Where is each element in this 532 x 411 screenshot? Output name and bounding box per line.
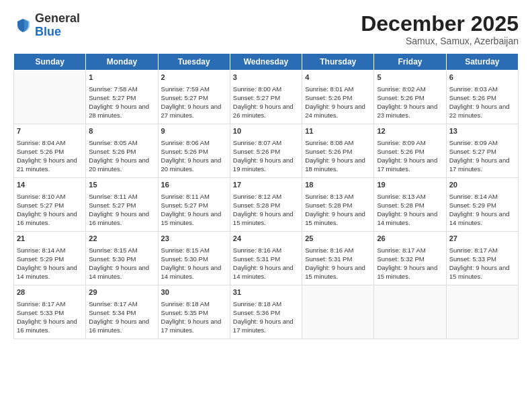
sunset-text: Sunset: 5:27 PM: [161, 93, 227, 102]
calendar-cell: 8Sunrise: 8:05 AMSunset: 5:26 PMDaylight…: [86, 124, 158, 178]
sunrise-text: Sunrise: 8:09 AM: [377, 138, 443, 147]
day-number: 23: [161, 234, 227, 244]
sunrise-text: Sunrise: 8:11 AM: [89, 192, 154, 201]
daylight-text: Daylight: 9 hours and 14 minutes.: [449, 210, 515, 228]
sunset-text: Sunset: 5:28 PM: [233, 201, 299, 210]
sunset-text: Sunset: 5:29 PM: [449, 201, 515, 210]
logo-icon: [13, 16, 32, 35]
calendar-cell: 27Sunrise: 8:17 AMSunset: 5:33 PMDayligh…: [446, 232, 518, 285]
header: General Blue December 2025 Samux, Samux,…: [13, 12, 519, 46]
sunset-text: Sunset: 5:26 PM: [233, 147, 299, 156]
sunrise-text: Sunrise: 8:18 AM: [233, 300, 299, 308]
day-number: 17: [233, 180, 299, 190]
sunrise-text: Sunrise: 8:16 AM: [233, 246, 299, 255]
sunrise-text: Sunrise: 8:04 AM: [17, 138, 83, 147]
calendar-cell: 11Sunrise: 8:08 AMSunset: 5:26 PMDayligh…: [302, 124, 374, 178]
daylight-text: Daylight: 9 hours and 16 minutes.: [89, 317, 154, 335]
sunrise-text: Sunrise: 7:59 AM: [161, 85, 227, 93]
daylight-text: Daylight: 9 hours and 26 minutes.: [233, 102, 299, 120]
daylight-text: Daylight: 9 hours and 18 minutes.: [305, 156, 371, 174]
day-number: 1: [89, 73, 154, 83]
sunset-text: Sunset: 5:27 PM: [89, 93, 154, 102]
calendar-week-1: 7Sunrise: 8:04 AMSunset: 5:26 PMDaylight…: [14, 124, 519, 178]
header-saturday: Saturday: [446, 54, 518, 71]
sunrise-text: Sunrise: 8:00 AM: [233, 85, 299, 93]
day-number: 31: [233, 287, 299, 298]
sunset-text: Sunset: 5:26 PM: [377, 147, 443, 156]
sunrise-text: Sunrise: 8:08 AM: [305, 138, 371, 147]
sunset-text: Sunset: 5:26 PM: [305, 93, 371, 102]
sunrise-text: Sunrise: 8:12 AM: [233, 192, 299, 201]
calendar-cell: 10Sunrise: 8:07 AMSunset: 5:26 PMDayligh…: [230, 124, 302, 178]
sunrise-text: Sunrise: 8:06 AM: [161, 138, 227, 147]
day-number: 28: [17, 287, 83, 298]
calendar-cell: 29Sunrise: 8:17 AMSunset: 5:34 PMDayligh…: [86, 285, 158, 339]
sunrise-text: Sunrise: 8:10 AM: [17, 192, 83, 201]
sunset-text: Sunset: 5:29 PM: [17, 255, 83, 263]
daylight-text: Daylight: 9 hours and 14 minutes.: [161, 263, 227, 281]
day-number: 20: [449, 180, 515, 190]
calendar-cell: 24Sunrise: 8:16 AMSunset: 5:31 PMDayligh…: [230, 232, 302, 285]
calendar-week-4: 28Sunrise: 8:17 AMSunset: 5:33 PMDayligh…: [14, 285, 519, 339]
sunrise-text: Sunrise: 8:17 AM: [89, 300, 154, 308]
calendar-week-0: 1Sunrise: 7:58 AMSunset: 5:27 PMDaylight…: [14, 71, 519, 124]
daylight-text: Daylight: 9 hours and 24 minutes.: [305, 102, 371, 120]
sunset-text: Sunset: 5:26 PM: [377, 93, 443, 102]
daylight-text: Daylight: 9 hours and 14 minutes.: [377, 210, 443, 228]
calendar-cell: 30Sunrise: 8:18 AMSunset: 5:35 PMDayligh…: [158, 285, 230, 339]
sunrise-text: Sunrise: 8:18 AM: [161, 300, 227, 308]
daylight-text: Daylight: 9 hours and 17 minutes.: [449, 156, 515, 174]
daylight-text: Daylight: 9 hours and 15 minutes.: [233, 210, 299, 228]
calendar-cell: [374, 285, 446, 339]
header-friday: Friday: [374, 54, 446, 71]
sunrise-text: Sunrise: 7:58 AM: [89, 85, 154, 93]
sunset-text: Sunset: 5:30 PM: [89, 255, 154, 263]
daylight-text: Daylight: 9 hours and 23 minutes.: [377, 102, 443, 120]
day-number: 14: [17, 180, 83, 190]
sunset-text: Sunset: 5:27 PM: [17, 201, 83, 210]
daylight-text: Daylight: 9 hours and 14 minutes.: [233, 263, 299, 281]
daylight-text: Daylight: 9 hours and 20 minutes.: [161, 156, 227, 174]
sunset-text: Sunset: 5:30 PM: [161, 255, 227, 263]
sunset-text: Sunset: 5:26 PM: [305, 147, 371, 156]
calendar-cell: [14, 71, 86, 124]
daylight-text: Daylight: 9 hours and 15 minutes.: [305, 210, 371, 228]
day-number: 11: [305, 126, 371, 136]
calendar-page: General Blue December 2025 Samux, Samux,…: [0, 0, 532, 411]
daylight-text: Daylight: 9 hours and 15 minutes.: [161, 210, 227, 228]
day-number: 26: [377, 234, 443, 244]
calendar-week-2: 14Sunrise: 8:10 AMSunset: 5:27 PMDayligh…: [14, 178, 519, 232]
sunset-text: Sunset: 5:32 PM: [377, 255, 443, 263]
sunrise-text: Sunrise: 8:05 AM: [89, 138, 154, 147]
calendar-cell: [302, 285, 374, 339]
sunrise-text: Sunrise: 8:17 AM: [449, 246, 515, 255]
sunrise-text: Sunrise: 8:14 AM: [449, 192, 515, 201]
title-section: December 2025 Samux, Samux, Azerbaijan: [361, 12, 519, 46]
sunset-text: Sunset: 5:31 PM: [305, 255, 371, 263]
day-number: 21: [17, 234, 83, 244]
daylight-text: Daylight: 9 hours and 15 minutes.: [305, 263, 371, 281]
calendar-cell: 19Sunrise: 8:13 AMSunset: 5:28 PMDayligh…: [374, 178, 446, 232]
calendar-cell: 7Sunrise: 8:04 AMSunset: 5:26 PMDaylight…: [14, 124, 86, 178]
header-thursday: Thursday: [302, 54, 374, 71]
sunset-text: Sunset: 5:33 PM: [449, 255, 515, 263]
sunset-text: Sunset: 5:28 PM: [377, 201, 443, 210]
calendar-cell: 26Sunrise: 8:17 AMSunset: 5:32 PMDayligh…: [374, 232, 446, 285]
sunset-text: Sunset: 5:26 PM: [17, 147, 83, 156]
calendar-cell: 14Sunrise: 8:10 AMSunset: 5:27 PMDayligh…: [14, 178, 86, 232]
calendar-cell: 9Sunrise: 8:06 AMSunset: 5:26 PMDaylight…: [158, 124, 230, 178]
daylight-text: Daylight: 9 hours and 20 minutes.: [89, 156, 154, 174]
calendar-cell: 12Sunrise: 8:09 AMSunset: 5:26 PMDayligh…: [374, 124, 446, 178]
calendar-cell: 13Sunrise: 8:09 AMSunset: 5:27 PMDayligh…: [446, 124, 518, 178]
sunset-text: Sunset: 5:27 PM: [449, 147, 515, 156]
day-number: 5: [377, 73, 443, 83]
day-number: 22: [89, 234, 154, 244]
day-number: 8: [89, 126, 154, 136]
sunrise-text: Sunrise: 8:17 AM: [17, 300, 83, 308]
calendar-table: Sunday Monday Tuesday Wednesday Thursday…: [13, 53, 519, 339]
daylight-text: Daylight: 9 hours and 17 minutes.: [377, 156, 443, 174]
logo-text: General Blue: [35, 12, 80, 39]
sunrise-text: Sunrise: 8:14 AM: [17, 246, 83, 255]
calendar-cell: 16Sunrise: 8:11 AMSunset: 5:27 PMDayligh…: [158, 178, 230, 232]
calendar-week-3: 21Sunrise: 8:14 AMSunset: 5:29 PMDayligh…: [14, 232, 519, 285]
